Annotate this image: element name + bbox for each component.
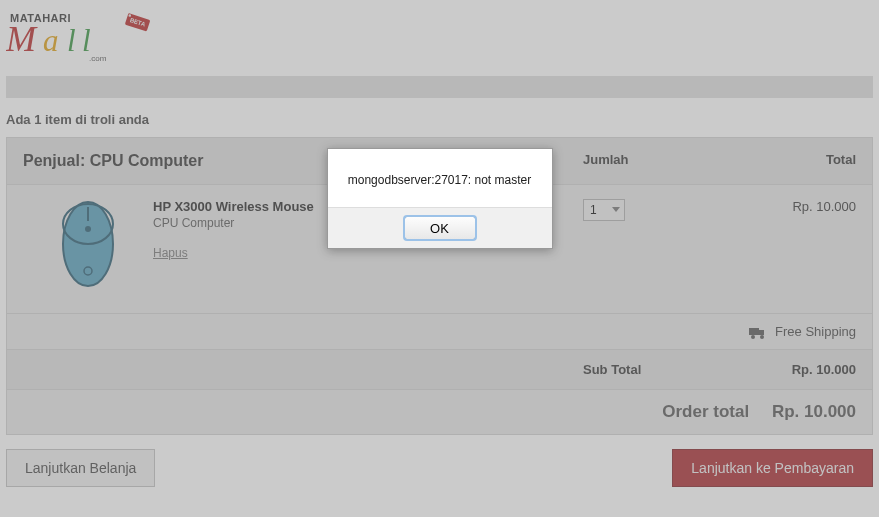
alert-message: mongodbserver:27017: not master [328, 149, 552, 207]
alert-dialog: mongodbserver:27017: not master OK [327, 148, 553, 249]
ok-button[interactable]: OK [404, 216, 476, 240]
modal-overlay [0, 0, 879, 517]
